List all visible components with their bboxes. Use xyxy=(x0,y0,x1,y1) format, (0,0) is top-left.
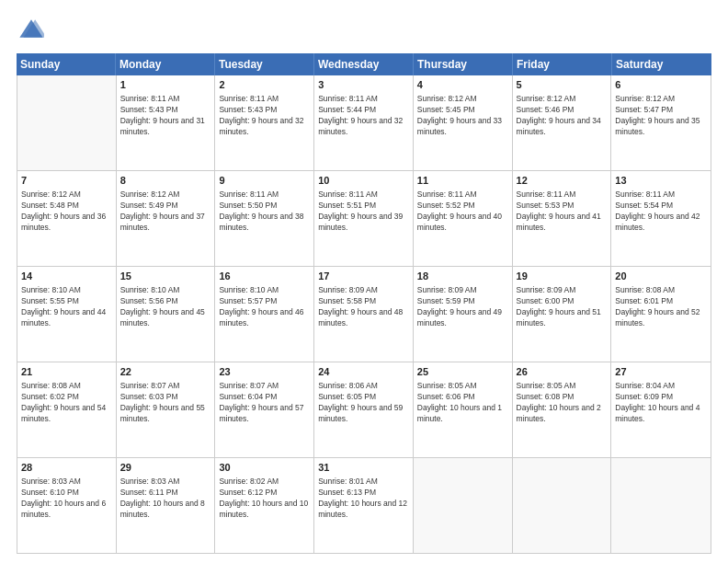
calendar-cell: 15Sunrise: 8:10 AMSunset: 5:56 PMDayligh… xyxy=(117,267,216,362)
calendar-cell: 12Sunrise: 8:11 AMSunset: 5:53 PMDayligh… xyxy=(513,171,612,266)
calendar-row-4: 28Sunrise: 8:03 AMSunset: 6:10 PMDayligh… xyxy=(17,458,711,553)
day-number: 4 xyxy=(417,78,508,92)
calendar-cell: 27Sunrise: 8:04 AMSunset: 6:09 PMDayligh… xyxy=(611,362,711,457)
calendar-cell: 8Sunrise: 8:12 AMSunset: 5:49 PMDaylight… xyxy=(117,171,216,266)
cell-details: Sunrise: 8:12 AMSunset: 5:45 PMDaylight:… xyxy=(417,94,508,138)
cell-details: Sunrise: 8:11 AMSunset: 5:43 PMDaylight:… xyxy=(120,94,211,138)
day-number: 10 xyxy=(318,174,409,188)
calendar-cell: 28Sunrise: 8:03 AMSunset: 6:10 PMDayligh… xyxy=(17,458,117,553)
calendar-cell xyxy=(17,75,117,170)
cell-details: Sunrise: 8:02 AMSunset: 6:12 PMDaylight:… xyxy=(219,477,310,521)
page: SundayMondayTuesdayWednesdayThursdayFrid… xyxy=(0,0,728,563)
day-number: 11 xyxy=(417,174,508,188)
calendar-cell: 24Sunrise: 8:06 AMSunset: 6:05 PMDayligh… xyxy=(314,362,414,457)
header-day-saturday: Saturday xyxy=(612,53,711,75)
calendar-cell: 11Sunrise: 8:11 AMSunset: 5:52 PMDayligh… xyxy=(414,171,513,266)
cell-details: Sunrise: 8:12 AMSunset: 5:48 PMDaylight:… xyxy=(21,190,112,234)
cell-details: Sunrise: 8:07 AMSunset: 6:04 PMDaylight:… xyxy=(219,381,310,425)
day-number: 9 xyxy=(219,174,310,188)
cell-details: Sunrise: 8:08 AMSunset: 6:01 PMDaylight:… xyxy=(615,285,707,329)
calendar-cell: 7Sunrise: 8:12 AMSunset: 5:48 PMDaylight… xyxy=(17,171,117,266)
calendar-cell: 14Sunrise: 8:10 AMSunset: 5:55 PMDayligh… xyxy=(17,267,117,362)
day-number: 6 xyxy=(615,78,707,92)
calendar-cell: 20Sunrise: 8:08 AMSunset: 6:01 PMDayligh… xyxy=(611,267,711,362)
day-number: 30 xyxy=(219,461,310,475)
day-number: 13 xyxy=(615,174,707,188)
calendar-cell: 2Sunrise: 8:11 AMSunset: 5:43 PMDaylight… xyxy=(215,75,314,170)
cell-details: Sunrise: 8:11 AMSunset: 5:50 PMDaylight:… xyxy=(219,190,310,234)
day-number: 21 xyxy=(21,365,112,379)
calendar-cell: 25Sunrise: 8:05 AMSunset: 6:06 PMDayligh… xyxy=(414,362,513,457)
calendar-cell xyxy=(513,458,612,553)
day-number: 3 xyxy=(318,78,409,92)
calendar-cell: 6Sunrise: 8:12 AMSunset: 5:47 PMDaylight… xyxy=(611,75,711,170)
calendar-row-1: 7Sunrise: 8:12 AMSunset: 5:48 PMDaylight… xyxy=(17,171,711,267)
header-day-sunday: Sunday xyxy=(17,53,116,75)
day-number: 1 xyxy=(120,78,211,92)
calendar-cell: 18Sunrise: 8:09 AMSunset: 5:59 PMDayligh… xyxy=(414,267,513,362)
cell-details: Sunrise: 8:11 AMSunset: 5:51 PMDaylight:… xyxy=(318,190,409,234)
cell-details: Sunrise: 8:10 AMSunset: 5:55 PMDaylight:… xyxy=(21,285,112,329)
header xyxy=(17,17,711,46)
logo-icon xyxy=(18,17,44,42)
cell-details: Sunrise: 8:09 AMSunset: 5:58 PMDaylight:… xyxy=(318,285,409,329)
cell-details: Sunrise: 8:08 AMSunset: 6:02 PMDaylight:… xyxy=(21,381,112,425)
day-number: 5 xyxy=(517,78,608,92)
day-number: 2 xyxy=(219,78,310,92)
day-number: 18 xyxy=(417,270,508,283)
header-day-monday: Monday xyxy=(116,53,215,75)
day-number: 20 xyxy=(615,270,707,283)
cell-details: Sunrise: 8:06 AMSunset: 6:05 PMDaylight:… xyxy=(318,381,409,425)
calendar-cell xyxy=(414,458,513,553)
day-number: 24 xyxy=(318,365,409,379)
calendar-cell: 5Sunrise: 8:12 AMSunset: 5:46 PMDaylight… xyxy=(513,75,612,170)
cell-details: Sunrise: 8:10 AMSunset: 5:56 PMDaylight:… xyxy=(120,285,211,329)
cell-details: Sunrise: 8:01 AMSunset: 6:13 PMDaylight:… xyxy=(318,477,409,521)
cell-details: Sunrise: 8:12 AMSunset: 5:49 PMDaylight:… xyxy=(120,190,211,234)
calendar-header: SundayMondayTuesdayWednesdayThursdayFrid… xyxy=(17,53,711,75)
calendar-cell: 21Sunrise: 8:08 AMSunset: 6:02 PMDayligh… xyxy=(17,362,117,457)
day-number: 27 xyxy=(615,365,707,379)
cell-details: Sunrise: 8:07 AMSunset: 6:03 PMDaylight:… xyxy=(120,381,211,425)
cell-details: Sunrise: 8:09 AMSunset: 5:59 PMDaylight:… xyxy=(417,285,508,329)
header-day-friday: Friday xyxy=(513,53,612,75)
day-number: 17 xyxy=(318,270,409,283)
calendar: SundayMondayTuesdayWednesdayThursdayFrid… xyxy=(17,53,711,554)
calendar-row-2: 14Sunrise: 8:10 AMSunset: 5:55 PMDayligh… xyxy=(17,267,711,362)
day-number: 12 xyxy=(517,174,608,188)
calendar-cell: 9Sunrise: 8:11 AMSunset: 5:50 PMDaylight… xyxy=(215,171,314,266)
calendar-cell: 22Sunrise: 8:07 AMSunset: 6:03 PMDayligh… xyxy=(117,362,216,457)
cell-details: Sunrise: 8:12 AMSunset: 5:47 PMDaylight:… xyxy=(615,94,707,138)
calendar-cell: 23Sunrise: 8:07 AMSunset: 6:04 PMDayligh… xyxy=(215,362,314,457)
calendar-cell: 26Sunrise: 8:05 AMSunset: 6:08 PMDayligh… xyxy=(513,362,612,457)
cell-details: Sunrise: 8:04 AMSunset: 6:09 PMDaylight:… xyxy=(615,381,707,425)
calendar-cell: 16Sunrise: 8:10 AMSunset: 5:57 PMDayligh… xyxy=(215,267,314,362)
cell-details: Sunrise: 8:05 AMSunset: 6:06 PMDaylight:… xyxy=(417,381,508,425)
logo xyxy=(17,17,44,46)
calendar-cell: 3Sunrise: 8:11 AMSunset: 5:44 PMDaylight… xyxy=(314,75,414,170)
day-number: 26 xyxy=(517,365,608,379)
day-number: 14 xyxy=(21,270,112,283)
cell-details: Sunrise: 8:11 AMSunset: 5:53 PMDaylight:… xyxy=(517,190,608,234)
day-number: 15 xyxy=(120,270,211,283)
calendar-cell: 13Sunrise: 8:11 AMSunset: 5:54 PMDayligh… xyxy=(611,171,711,266)
day-number: 31 xyxy=(318,461,409,475)
day-number: 23 xyxy=(219,365,310,379)
header-day-thursday: Thursday xyxy=(414,53,513,75)
cell-details: Sunrise: 8:12 AMSunset: 5:46 PMDaylight:… xyxy=(517,94,608,138)
calendar-cell: 29Sunrise: 8:03 AMSunset: 6:11 PMDayligh… xyxy=(117,458,216,553)
cell-details: Sunrise: 8:10 AMSunset: 5:57 PMDaylight:… xyxy=(219,285,310,329)
calendar-cell xyxy=(611,458,711,553)
calendar-row-0: 1Sunrise: 8:11 AMSunset: 5:43 PMDaylight… xyxy=(17,75,711,171)
calendar-cell: 4Sunrise: 8:12 AMSunset: 5:45 PMDaylight… xyxy=(414,75,513,170)
cell-details: Sunrise: 8:09 AMSunset: 6:00 PMDaylight:… xyxy=(517,285,608,329)
cell-details: Sunrise: 8:11 AMSunset: 5:43 PMDaylight:… xyxy=(219,94,310,138)
day-number: 7 xyxy=(21,174,112,188)
cell-details: Sunrise: 8:11 AMSunset: 5:44 PMDaylight:… xyxy=(318,94,409,138)
cell-details: Sunrise: 8:11 AMSunset: 5:52 PMDaylight:… xyxy=(417,190,508,234)
calendar-cell: 17Sunrise: 8:09 AMSunset: 5:58 PMDayligh… xyxy=(314,267,414,362)
day-number: 8 xyxy=(120,174,211,188)
calendar-cell: 31Sunrise: 8:01 AMSunset: 6:13 PMDayligh… xyxy=(314,458,414,553)
calendar-cell: 10Sunrise: 8:11 AMSunset: 5:51 PMDayligh… xyxy=(314,171,414,266)
day-number: 16 xyxy=(219,270,310,283)
